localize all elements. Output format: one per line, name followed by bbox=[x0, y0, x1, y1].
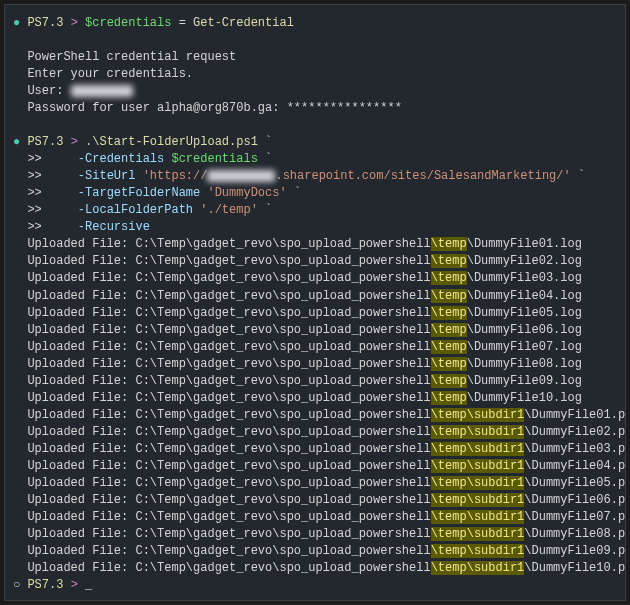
upload-line: Uploaded File: C:\Temp\gadget_revo\spo_u… bbox=[13, 339, 617, 356]
upload-line: Uploaded File: C:\Temp\gadget_revo\spo_u… bbox=[13, 305, 617, 322]
prompt-line-3: ○ PS7.3 > _ bbox=[13, 577, 617, 594]
backtick: ` bbox=[265, 152, 272, 166]
bullet-open-icon: ○ bbox=[13, 578, 20, 592]
highlighted-path: \temp bbox=[431, 391, 467, 405]
upload-line: Uploaded File: C:\Temp\gadget_revo\spo_u… bbox=[13, 373, 617, 390]
cred-password-line: Password for user alpha@org870b.ga: ****… bbox=[13, 100, 617, 117]
highlighted-path: \temp\subdir1 bbox=[431, 442, 525, 456]
upload-line: Uploaded File: C:\Temp\gadget_revo\spo_u… bbox=[13, 270, 617, 287]
backtick: ` bbox=[578, 169, 585, 183]
highlighted-path: \temp bbox=[431, 289, 467, 303]
prompt-arrow: > bbox=[71, 578, 78, 592]
prompt-arrow: > bbox=[71, 135, 78, 149]
prompt-line-2: ● PS7.3 > .\Start-FolderUpload.ps1 ` bbox=[13, 134, 617, 151]
cont-line-siteurl: >> -SiteUrl 'https://.sharepoint.com/sit… bbox=[13, 168, 617, 185]
prompt-line-1: ● PS7.3 > $credentials = Get-Credential bbox=[13, 15, 617, 32]
cursor: _ bbox=[85, 578, 92, 592]
highlighted-path: \temp\subdir1 bbox=[431, 493, 525, 507]
highlighted-path: \temp bbox=[431, 323, 467, 337]
continuation-marker: >> bbox=[27, 152, 41, 166]
continuation-marker: >> bbox=[27, 220, 41, 234]
upload-line: Uploaded File: C:\Temp\gadget_revo\spo_u… bbox=[13, 543, 617, 560]
assign-op: = bbox=[179, 16, 186, 30]
backtick: ` bbox=[294, 186, 301, 200]
param-targetfolder: -TargetFolderName bbox=[78, 186, 200, 200]
highlighted-path: \temp bbox=[431, 374, 467, 388]
bullet-icon: ● bbox=[13, 135, 20, 149]
highlighted-path: \temp bbox=[431, 306, 467, 320]
string-literal: 'DummyDocs' bbox=[207, 186, 286, 200]
backtick: ` bbox=[265, 135, 272, 149]
continuation-marker: >> bbox=[27, 186, 41, 200]
highlighted-path: \temp\subdir1 bbox=[431, 527, 525, 541]
upload-line: Uploaded File: C:\Temp\gadget_revo\spo_u… bbox=[13, 509, 617, 526]
script-name: .\Start-FolderUpload.ps1 bbox=[85, 135, 258, 149]
upload-line: Uploaded File: C:\Temp\gadget_revo\spo_u… bbox=[13, 492, 617, 509]
redacted-user bbox=[71, 85, 133, 97]
highlighted-path: \temp\subdir1 bbox=[431, 425, 525, 439]
cred-user-line: User: bbox=[13, 83, 617, 100]
cont-line-recursive: >> -Recursive bbox=[13, 219, 617, 236]
redacted-tenant bbox=[207, 170, 275, 182]
param-localfolder: -LocalFolderPath bbox=[78, 203, 193, 217]
cont-line-credentials: >> -Credentials $credentials ` bbox=[13, 151, 617, 168]
highlighted-path: \temp\subdir1 bbox=[431, 510, 525, 524]
highlighted-path: \temp\subdir1 bbox=[431, 408, 525, 422]
upload-line: Uploaded File: C:\Temp\gadget_revo\spo_u… bbox=[13, 475, 617, 492]
prompt-label: PS7.3 bbox=[27, 578, 63, 592]
upload-line: Uploaded File: C:\Temp\gadget_revo\spo_u… bbox=[13, 356, 617, 373]
string-literal: './temp' bbox=[200, 203, 258, 217]
prompt-label: PS7.3 bbox=[27, 16, 63, 30]
upload-line: Uploaded File: C:\Temp\gadget_revo\spo_u… bbox=[13, 458, 617, 475]
highlighted-path: \temp bbox=[431, 237, 467, 251]
highlighted-path: \temp bbox=[431, 357, 467, 371]
cred-header: PowerShell credential request bbox=[13, 49, 617, 66]
upload-line: Uploaded File: C:\Temp\gadget_revo\spo_u… bbox=[13, 288, 617, 305]
highlighted-path: \temp\subdir1 bbox=[431, 459, 525, 473]
blank-line bbox=[13, 117, 617, 134]
cmdlet-name: Get-Credential bbox=[193, 16, 294, 30]
param-siteurl: -SiteUrl bbox=[78, 169, 136, 183]
upload-line: Uploaded File: C:\Temp\gadget_revo\spo_u… bbox=[13, 424, 617, 441]
prompt-arrow: > bbox=[71, 16, 78, 30]
terminal-window[interactable]: ● PS7.3 > $credentials = Get-Credential … bbox=[4, 4, 626, 601]
upload-line: Uploaded File: C:\Temp\gadget_revo\spo_u… bbox=[13, 407, 617, 424]
cont-line-target: >> -TargetFolderName 'DummyDocs' ` bbox=[13, 185, 617, 202]
highlighted-path: \temp\subdir1 bbox=[431, 476, 525, 490]
string-literal-pre: 'https:// bbox=[143, 169, 208, 183]
variable-ref: $credentials bbox=[171, 152, 257, 166]
continuation-marker: >> bbox=[27, 203, 41, 217]
variable-name: $credentials bbox=[85, 16, 171, 30]
prompt-label: PS7.3 bbox=[27, 135, 63, 149]
string-literal-post: .sharepoint.com/sites/SalesandMarketing/… bbox=[275, 169, 570, 183]
highlighted-path: \temp bbox=[431, 340, 467, 354]
upload-line: Uploaded File: C:\Temp\gadget_revo\spo_u… bbox=[13, 322, 617, 339]
cred-instruction: Enter your credentials. bbox=[13, 66, 617, 83]
bullet-icon: ● bbox=[13, 16, 20, 30]
backtick: ` bbox=[265, 203, 272, 217]
upload-line: Uploaded File: C:\Temp\gadget_revo\spo_u… bbox=[13, 441, 617, 458]
upload-line: Uploaded File: C:\Temp\gadget_revo\spo_u… bbox=[13, 390, 617, 407]
blank-line bbox=[13, 32, 617, 49]
upload-line: Uploaded File: C:\Temp\gadget_revo\spo_u… bbox=[13, 560, 617, 577]
highlighted-path: \temp\subdir1 bbox=[431, 561, 525, 575]
upload-output-block: Uploaded File: C:\Temp\gadget_revo\spo_u… bbox=[13, 236, 617, 577]
cont-line-local: >> -LocalFolderPath './temp' ` bbox=[13, 202, 617, 219]
highlighted-path: \temp bbox=[431, 271, 467, 285]
highlighted-path: \temp\subdir1 bbox=[431, 544, 525, 558]
upload-line: Uploaded File: C:\Temp\gadget_revo\spo_u… bbox=[13, 253, 617, 270]
upload-line: Uploaded File: C:\Temp\gadget_revo\spo_u… bbox=[13, 236, 617, 253]
continuation-marker: >> bbox=[27, 169, 41, 183]
highlighted-path: \temp bbox=[431, 254, 467, 268]
param-credentials: -Credentials bbox=[78, 152, 164, 166]
upload-line: Uploaded File: C:\Temp\gadget_revo\spo_u… bbox=[13, 526, 617, 543]
param-recursive: -Recursive bbox=[78, 220, 150, 234]
